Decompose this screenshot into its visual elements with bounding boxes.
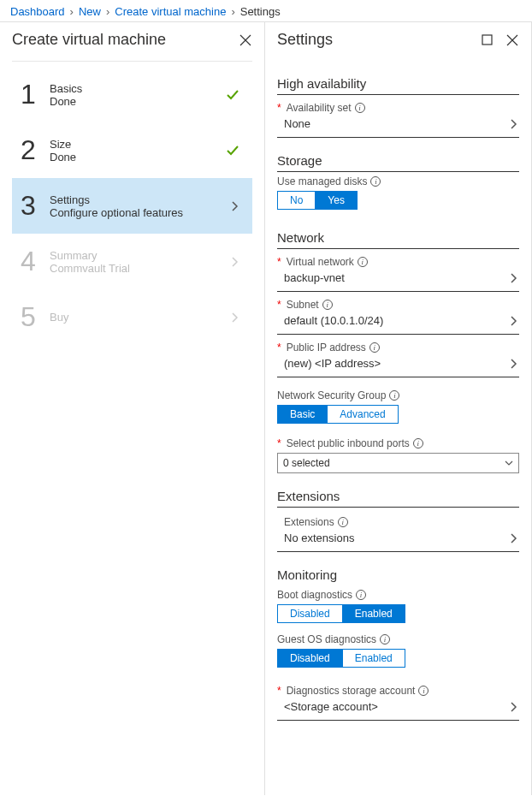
wizard-step-buy[interactable]: 5 Buy [12, 289, 252, 345]
info-icon[interactable]: i [356, 590, 366, 600]
label-extensions: Extensions i [284, 516, 519, 528]
value-availability-set: None [284, 117, 509, 130]
wizard-blade: Create virtual machine 1 Basics Done [0, 22, 265, 795]
chevron-right-icon [509, 359, 519, 369]
toggle-nsg-basic[interactable]: Basic [278, 406, 327, 423]
info-icon[interactable]: i [355, 103, 365, 113]
info-icon[interactable]: i [380, 634, 390, 645]
label-availability-set: Availability set i [277, 102, 519, 114]
breadcrumb-dashboard[interactable]: Dashboard [10, 5, 65, 18]
breadcrumb-new[interactable]: New [79, 5, 101, 18]
info-icon[interactable]: i [338, 517, 348, 527]
chevron-right-icon [509, 316, 519, 326]
value-diagnostics-storage: <Storage account> [284, 700, 509, 713]
field-extensions[interactable]: No extensions [277, 528, 519, 552]
settings-blade: Settings High availability Availability … [265, 22, 532, 795]
value-public-ip: (new) <IP address> [284, 357, 509, 370]
label-managed-disks: Use managed disks i [277, 175, 519, 187]
chevron-right-icon: › [70, 5, 74, 18]
svg-rect-0 [482, 35, 492, 45]
chevron-right-icon [230, 201, 244, 211]
info-icon[interactable]: i [370, 176, 381, 187]
section-extensions: Extensions [277, 489, 519, 508]
info-icon[interactable]: i [389, 390, 399, 401]
value-extensions: No extensions [284, 532, 509, 544]
toggle-managed-no[interactable]: No [278, 192, 315, 209]
value-virtual-network: backup-vnet [284, 271, 509, 284]
restore-icon[interactable] [480, 33, 494, 47]
toggle-nsg: Basic Advanced [277, 405, 399, 424]
blade-title-create-vm: Create virtual machine [12, 31, 239, 49]
step-number: 3 [21, 190, 50, 222]
field-diagnostics-storage[interactable]: <Storage account> [277, 697, 519, 721]
label-subnet: Subnet i [277, 299, 519, 311]
chevron-right-icon [509, 702, 519, 712]
step-title: Buy [50, 311, 230, 324]
toggle-guest-disabled[interactable]: Disabled [278, 650, 342, 667]
label-guest-diagnostics: Guest OS diagnostics i [277, 633, 519, 645]
step-title: Size [50, 138, 225, 151]
info-icon[interactable]: i [413, 438, 423, 448]
info-icon[interactable]: i [418, 686, 429, 696]
toggle-guest-enabled[interactable]: Enabled [342, 650, 405, 667]
step-subtitle: Done [50, 151, 225, 163]
step-number: 4 [21, 246, 50, 277]
toggle-boot-disabled[interactable]: Disabled [278, 605, 342, 622]
label-public-ip: Public IP address i [277, 342, 519, 353]
section-storage: Storage [277, 153, 519, 172]
step-title: Summary [50, 249, 230, 262]
field-availability-set[interactable]: None [277, 114, 519, 138]
chevron-right-icon [509, 119, 519, 129]
step-subtitle: Commvault Trial [50, 262, 230, 275]
chevron-right-icon [509, 533, 519, 544]
close-icon[interactable] [239, 33, 252, 47]
blade-title-settings: Settings [277, 31, 480, 49]
label-inbound-ports: Select public inbound ports i [277, 437, 519, 449]
chevron-down-icon [505, 459, 513, 467]
field-virtual-network[interactable]: backup-vnet [277, 268, 519, 292]
value-inbound-ports: 0 selected [283, 457, 330, 469]
step-subtitle: Done [50, 95, 225, 108]
chevron-right-icon [230, 257, 244, 267]
chevron-right-icon: › [106, 5, 109, 18]
chevron-right-icon [509, 273, 519, 283]
check-icon [225, 143, 240, 158]
step-number: 5 [21, 301, 50, 333]
value-subnet: default (10.0.1.0/24) [284, 314, 509, 327]
step-subtitle: Configure optional features [50, 206, 230, 219]
field-subnet[interactable]: default (10.0.1.0/24) [277, 311, 519, 335]
breadcrumb-current: Settings [240, 5, 281, 18]
info-icon[interactable]: i [369, 342, 380, 353]
select-inbound-ports[interactable]: 0 selected [277, 453, 519, 473]
toggle-managed-disks: No Yes [277, 191, 358, 210]
step-title: Settings [50, 193, 230, 206]
close-icon[interactable] [505, 33, 519, 47]
toggle-managed-yes[interactable]: Yes [315, 192, 357, 209]
wizard-step-settings[interactable]: 3 Settings Configure optional features [12, 178, 252, 234]
step-title: Basics [50, 82, 225, 95]
step-number: 1 [21, 79, 50, 110]
step-number: 2 [21, 134, 50, 166]
info-icon[interactable]: i [358, 257, 368, 267]
check-icon [225, 87, 240, 103]
section-high-availability: High availability [277, 76, 519, 95]
toggle-guest-diagnostics: Disabled Enabled [277, 649, 405, 668]
section-monitoring: Monitoring [277, 567, 519, 585]
label-nsg: Network Security Group i [277, 389, 519, 401]
wizard-step-size[interactable]: 2 Size Done [12, 122, 252, 178]
section-network: Network [277, 230, 519, 249]
label-virtual-network: Virtual network i [277, 256, 519, 268]
breadcrumb: Dashboard › New › Create virtual machine… [0, 0, 532, 21]
label-boot-diagnostics: Boot diagnostics i [277, 589, 519, 601]
field-public-ip[interactable]: (new) <IP address> [277, 353, 519, 377]
wizard-step-summary[interactable]: 4 Summary Commvault Trial [12, 234, 252, 289]
chevron-right-icon [230, 312, 244, 323]
info-icon[interactable]: i [322, 300, 333, 310]
chevron-right-icon: › [231, 5, 234, 18]
label-diagnostics-storage: Diagnostics storage account i [277, 685, 519, 697]
toggle-nsg-advanced[interactable]: Advanced [327, 406, 397, 423]
toggle-boot-enabled[interactable]: Enabled [342, 605, 405, 622]
toggle-boot-diagnostics: Disabled Enabled [277, 604, 405, 623]
breadcrumb-create-vm[interactable]: Create virtual machine [115, 5, 226, 18]
wizard-step-basics[interactable]: 1 Basics Done [12, 67, 252, 122]
